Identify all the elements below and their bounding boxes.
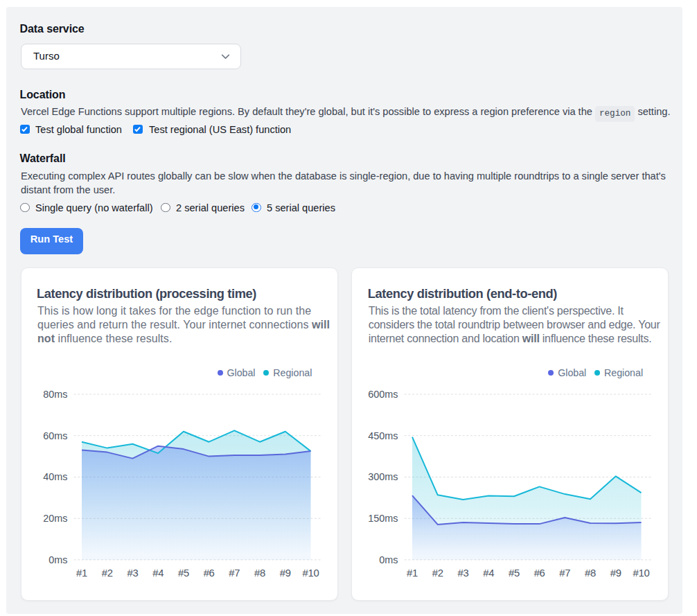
svg-text:#6: #6: [534, 567, 545, 579]
svg-text:40ms: 40ms: [43, 471, 67, 482]
svg-text:#2: #2: [101, 567, 112, 579]
svg-text:#2: #2: [432, 567, 443, 579]
svg-text:#5: #5: [177, 567, 188, 579]
svg-text:#8: #8: [254, 567, 265, 579]
svg-text:#7: #7: [560, 567, 571, 579]
svg-text:#10: #10: [302, 567, 319, 579]
svg-text:#7: #7: [229, 567, 240, 579]
svg-text:#9: #9: [610, 567, 621, 579]
svg-text:#4: #4: [152, 567, 164, 579]
svg-text:60ms: 60ms: [43, 430, 67, 441]
svg-text:#1: #1: [407, 567, 418, 579]
svg-text:#6: #6: [203, 567, 214, 579]
svg-text:#9: #9: [279, 567, 290, 579]
svg-text:20ms: 20ms: [43, 513, 67, 524]
svg-text:#10: #10: [633, 567, 650, 579]
svg-text:0ms: 0ms: [380, 554, 398, 565]
svg-text:600ms: 600ms: [368, 388, 398, 399]
svg-text:80ms: 80ms: [43, 388, 67, 399]
svg-text:0ms: 0ms: [48, 554, 67, 565]
svg-text:150ms: 150ms: [368, 513, 398, 524]
svg-text:#3: #3: [458, 567, 469, 579]
svg-text:#1: #1: [76, 567, 87, 579]
svg-text:#5: #5: [509, 567, 520, 579]
svg-text:#4: #4: [483, 567, 494, 579]
svg-text:450ms: 450ms: [368, 430, 398, 441]
svg-text:300ms: 300ms: [368, 471, 398, 482]
svg-text:#3: #3: [127, 567, 138, 579]
svg-text:#8: #8: [585, 567, 596, 579]
